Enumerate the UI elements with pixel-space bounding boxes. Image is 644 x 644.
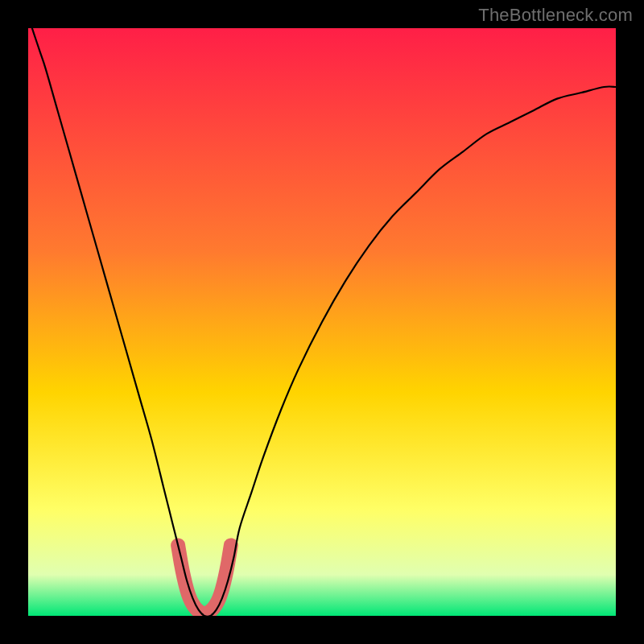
chart-frame: TheBottleneck.com (0, 0, 644, 644)
watermark-text: TheBottleneck.com (478, 5, 633, 26)
chart-svg (28, 28, 616, 616)
plot-area (28, 28, 616, 616)
